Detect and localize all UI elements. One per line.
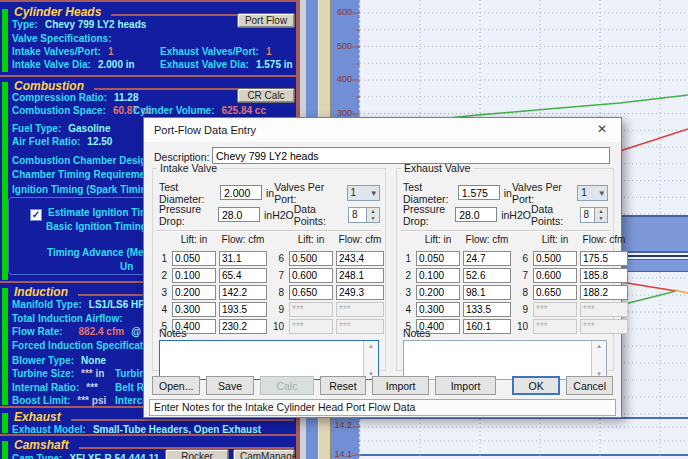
exhaust-pressure-drop-input[interactable] [455, 207, 497, 222]
flow-input[interactable] [580, 251, 628, 266]
exhaust-table-headers: Lift: in Flow: cfm Lift: in Flow: cfm [399, 234, 613, 245]
row-number: 10 [270, 321, 286, 332]
flow-input[interactable] [463, 285, 511, 300]
lift-input[interactable] [172, 268, 216, 283]
lift-input[interactable] [416, 302, 460, 317]
lift-input[interactable] [533, 268, 577, 283]
row-number: 10 [514, 321, 530, 332]
intake-dia-value: 2.000 in [98, 59, 135, 70]
flow-rate-label: Flow Rate: [12, 326, 63, 337]
flow-input[interactable] [463, 268, 511, 283]
save-as-button[interactable]: Save As... [206, 376, 254, 395]
section-title: Cylinder Heads [14, 5, 101, 19]
lift-input[interactable] [172, 285, 216, 300]
flow-input[interactable] [219, 319, 267, 334]
intake-table-headers: Lift: in Flow: cfm Lift: in Flow: cfm [155, 234, 385, 245]
intake-dia-label: Intake Valve Dia: [12, 59, 91, 70]
notes-scrollbar[interactable]: ▲▼ [591, 341, 606, 379]
flow-input[interactable] [463, 319, 511, 334]
dialog-title: Port-Flow Data Entry [154, 124, 256, 136]
section-cylinder-heads: Cylinder Heads Port Flow Type:Chevy 799 … [0, 4, 296, 75]
diameter-unit: in [504, 187, 512, 199]
lift-input[interactable] [289, 285, 333, 300]
flow-input[interactable] [219, 268, 267, 283]
lift-input[interactable] [172, 251, 216, 266]
intake-pressure-drop-input[interactable] [218, 207, 260, 222]
row-number: 2 [399, 270, 413, 281]
dialog-titlebar[interactable]: Port-Flow Data Entry ✕ [144, 118, 621, 142]
flow-input[interactable] [336, 268, 384, 283]
flow-column-header: Flow: cfm [219, 234, 267, 245]
boost-limit-value: *** psi [77, 395, 106, 406]
port-flow-row: 38 [399, 284, 613, 301]
type-label: Type: [12, 19, 38, 30]
import-exhaust-button[interactable]: Import Exhaust [435, 376, 496, 395]
section-rule [71, 419, 294, 421]
blower-type-label: Blower Type: [12, 355, 74, 366]
y-tick-14-2: 14.2 [326, 420, 352, 430]
lift-input[interactable] [533, 251, 577, 266]
reset-all-button[interactable]: Reset All [320, 376, 366, 395]
combustion-space-label: Combustion Space: [12, 105, 106, 116]
scroll-up-icon[interactable]: ▲ [368, 343, 374, 349]
estimate-ignition-checkbox[interactable]: ✓ [30, 209, 42, 221]
exhaust-valves-per-port-select[interactable]: 1▾ [577, 185, 608, 201]
stepper-up-icon[interactable]: ▲ [595, 208, 607, 215]
exhaust-test-diameter-input[interactable] [458, 185, 500, 200]
flow-input[interactable] [219, 285, 267, 300]
flow-input[interactable] [219, 251, 267, 266]
valves-per-port-label: Valves Per Port: [274, 181, 342, 205]
flow-input[interactable] [336, 285, 384, 300]
lift-input[interactable] [289, 251, 333, 266]
valves-per-port-value: 1 [351, 187, 357, 198]
exhaust-data-points-stepper[interactable]: 8▲▼ [580, 207, 608, 223]
type-value: Chevy 799 LY2 heads [45, 19, 146, 30]
manifold-label: Manifold Type: [12, 299, 82, 310]
section-title: Combustion [14, 79, 84, 93]
intake-test-diameter-input[interactable] [220, 185, 262, 200]
stepper-down-icon[interactable]: ▼ [367, 215, 379, 222]
row-number: 7 [514, 270, 530, 281]
valves-per-port-label: Valves Per Port: [512, 181, 573, 205]
flow-input [336, 302, 384, 317]
intake-notes-box: ▲▼ [159, 340, 379, 380]
close-icon[interactable]: ✕ [593, 122, 611, 138]
lift-input[interactable] [172, 302, 216, 317]
exhaust-notes-input[interactable] [404, 341, 591, 379]
intake-data-points-stepper[interactable]: 8▲▼ [348, 207, 380, 223]
valves-per-port-value: 1 [581, 187, 587, 198]
cam-type-label: Cam Type: [12, 453, 62, 459]
fuel-type-value: Gasoline [68, 123, 110, 134]
lift-input[interactable] [416, 285, 460, 300]
cancel-button[interactable]: Cancel [566, 376, 613, 395]
internal-ratio-label: Internal Ratio: [12, 382, 79, 393]
lift-input[interactable] [416, 268, 460, 283]
flow-input[interactable] [336, 251, 384, 266]
flow-input[interactable] [463, 251, 511, 266]
exhaust-dia-value: 1.575 in [256, 59, 293, 70]
lift-column-header: Lift: in [533, 234, 577, 245]
air-fuel-ratio-value: 12.50 [87, 136, 112, 147]
lift-input[interactable] [289, 268, 333, 283]
notes-scrollbar[interactable]: ▲▼ [363, 341, 378, 379]
flow-input[interactable] [580, 285, 628, 300]
cam-manager-button[interactable]: CamManager [233, 449, 295, 459]
ok-button[interactable]: OK [512, 376, 560, 395]
rocker-math-button[interactable]: Rocker Math... [165, 449, 229, 459]
intake-valves-per-port-select[interactable]: 1▾ [347, 185, 380, 201]
scroll-up-icon[interactable]: ▲ [596, 343, 602, 349]
compression-ratio-value: 11.28 [114, 92, 138, 103]
stepper-down-icon[interactable]: ▼ [595, 215, 607, 222]
open-button[interactable]: Open... [152, 376, 200, 395]
row-number: 4 [399, 304, 413, 315]
flow-input[interactable] [580, 268, 628, 283]
flow-input[interactable] [463, 302, 511, 317]
import-intake-button[interactable]: Import Intake [372, 376, 429, 395]
lift-input[interactable] [416, 251, 460, 266]
intake-notes-input[interactable] [160, 341, 363, 379]
exhaust-dia-label: Exhaust Valve Dia: [160, 59, 249, 70]
stepper-up-icon[interactable]: ▲ [367, 208, 379, 215]
flow-input[interactable] [219, 302, 267, 317]
lift-input[interactable] [533, 285, 577, 300]
section-title: Induction [14, 285, 68, 299]
